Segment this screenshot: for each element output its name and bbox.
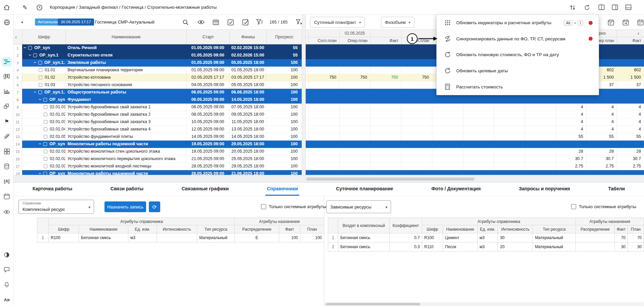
dependent-resources-select[interactable]: Зависимые ресурсы ▾ (326, 200, 391, 213)
table-columns-icon[interactable] (211, 17, 220, 27)
menu-item[interactable]: Обновить плановую стоимость, ФО и ТР на … (437, 47, 599, 63)
expand-tree-caret-icon[interactable]: ▾ (17, 17, 27, 27)
tab[interactable]: Суточное планирование (335, 183, 394, 196)
tab[interactable]: Запросы и поручения (517, 183, 571, 196)
bell-icon[interactable] (0, 280, 13, 290)
visibility-icon[interactable] (196, 17, 206, 27)
collapse-panel-icon[interactable]: ‹ (15, 30, 17, 44)
gantt-row[interactable]: 1502.02.01Устройство монолитных стен цок… (13, 148, 302, 155)
hatching-icon[interactable] (0, 131, 13, 141)
theme-icon[interactable] (0, 250, 13, 260)
gantt-values-row[interactable]: 282828 (306, 148, 644, 155)
row-checkbox[interactable] (43, 172, 47, 175)
row-checkbox[interactable] (44, 105, 47, 109)
gantt-row[interactable]: 401.01Вертикальная планировка территории… (13, 67, 302, 74)
row-expander-icon[interactable]: − (24, 44, 27, 51)
gantt-row[interactable]: 2−OP_syn.1Строительство отеля01.05.2025 … (13, 52, 302, 59)
table-row[interactable]: 1R100Бетонная смесьм3МатериальныйЕ100100 (37, 233, 324, 242)
sync-scroll-icon[interactable] (568, 3, 577, 12)
search-icon[interactable] (181, 17, 190, 27)
measure-select[interactable]: Физобъем▾ (381, 17, 415, 28)
menu-item[interactable]: Обновить индикаторы и расчетные атрибуты… (437, 15, 599, 31)
row-checkbox[interactable] (43, 98, 47, 102)
row-checkbox[interactable] (44, 120, 47, 124)
globe-icon[interactable] (0, 17, 13, 27)
gantt-values-row[interactable]: 444 (306, 111, 644, 118)
row-checkbox[interactable] (44, 164, 47, 168)
refresh-icon[interactable] (582, 3, 592, 12)
gantt-values-row[interactable] (306, 141, 644, 148)
row-checkbox[interactable] (44, 157, 47, 161)
table-row[interactable]: 2Бетонная смесь0.3R110Песокм320Материаль… (328, 242, 644, 252)
tab[interactable]: Карточка работы (31, 183, 74, 196)
kanban-icon[interactable] (0, 72, 13, 81)
uncheck-tasks-icon[interactable] (241, 17, 250, 27)
calendar-icon[interactable] (0, 192, 13, 201)
filter-icon[interactable] (255, 17, 264, 27)
gantt-row[interactable]: 8−OP_syn.1.1Фундамент06.05.2025 09:0014.… (13, 96, 302, 104)
history-icon[interactable] (35, 3, 44, 12)
attribute-icon[interactable]: [A] (0, 177, 13, 186)
gantt-values-row[interactable] (306, 170, 644, 175)
gantt-row[interactable]: 1−OP_synОтель Речной01.05.2025 09:0002.0… (13, 44, 302, 52)
gantt-row[interactable]: 7−OP_syn.1.1.2Общестроительные работы06.… (13, 89, 302, 96)
calendar-grid-icon[interactable] (636, 17, 644, 27)
row-checkbox[interactable] (44, 150, 47, 153)
split-view-icon[interactable] (597, 3, 606, 12)
reference-select[interactable]: Справочник Комплексный ресурс ▾ (18, 200, 94, 214)
translate-icon[interactable]: Aя (0, 295, 13, 304)
refresh-records-button[interactable]: ⟳ (149, 201, 160, 212)
gantt-values-row[interactable]: 2.752.752.75 (306, 163, 644, 170)
row-expander-icon[interactable]: − (39, 141, 42, 148)
gantt-values-row[interactable]: 444 (306, 118, 644, 126)
menu-item[interactable]: Рассчитать стоимость (437, 79, 599, 95)
gantt-row[interactable]: 902.01.01Устройство буронабивных свай за… (13, 104, 302, 111)
gantt-row[interactable]: 1202.01.04Устройство буронабивных свай з… (13, 126, 302, 133)
assign-record-button[interactable]: Назначить запись (104, 201, 146, 212)
calendar-filter-icon[interactable] (606, 17, 615, 27)
row-expander-icon[interactable]: − (34, 59, 37, 66)
bottom-scrollbar[interactable] (325, 302, 644, 306)
horizontal-scrollbar[interactable] (306, 178, 474, 181)
gantt-row[interactable]: 501.02Устройство котлована02.05.2025 17:… (13, 74, 302, 81)
row-expander-icon[interactable]: − (39, 96, 42, 103)
row-checkbox[interactable] (39, 76, 42, 79)
vertical-splitter[interactable] (302, 15, 306, 175)
table-row[interactable]: 1Бетонная смесь0.7R100Цементм330Материал… (328, 233, 644, 242)
view-mode-select[interactable]: Суточный план/факт▾ (310, 17, 365, 28)
gantt-row[interactable]: 1302.01.05Устройство фундаментной плиты1… (13, 133, 302, 141)
row-expander-icon[interactable]: − (39, 170, 42, 175)
tab[interactable]: Справочники (265, 183, 299, 196)
system-attrs-checkbox[interactable] (261, 204, 266, 209)
gantt-row[interactable]: 1702.02.03Устройство монолитной входной … (13, 163, 302, 170)
row-checkbox[interactable] (38, 61, 42, 65)
edit-icon[interactable]: ✎ (20, 3, 30, 12)
row-checkbox[interactable] (44, 113, 47, 116)
horizontal-splitter[interactable] (13, 175, 644, 183)
row-checkbox[interactable] (44, 135, 47, 139)
gantt-row[interactable]: 1002.01.02Устройство буронабивных свай з… (13, 111, 302, 118)
gantt-row[interactable]: 1602.02.02Устройство монолитного перекры… (13, 155, 302, 163)
chart-icon[interactable] (0, 87, 13, 96)
gantt-row[interactable]: 18−OP_syn.1.1Монолитные работы надземной… (13, 170, 302, 175)
gantt-view-icon[interactable] (2, 57, 12, 67)
home-icon[interactable] (2, 3, 11, 12)
gantt-values-row[interactable]: 555555 (306, 133, 644, 141)
row-checkbox[interactable] (43, 142, 47, 146)
row-checkbox[interactable] (28, 46, 32, 50)
system-attrs-checkbox-right[interactable] (571, 204, 576, 209)
gantt-row[interactable]: 1102.01.03Устройство буронабивных свай з… (13, 118, 302, 126)
row-expander-icon[interactable]: − (29, 52, 32, 59)
gantt-row[interactable]: 601.03Устройство песчаного основания04.0… (13, 81, 302, 89)
row-expander-icon[interactable]: − (34, 89, 37, 96)
tab[interactable]: Табели (607, 183, 626, 196)
gantt-values-row[interactable]: 444 (306, 104, 644, 111)
menu-item[interactable]: Обновить целевые даты (437, 63, 599, 79)
calendar-goto-icon[interactable] (621, 17, 630, 27)
row-checkbox[interactable] (44, 127, 47, 131)
database-icon[interactable] (0, 162, 13, 171)
menu-item[interactable]: Синхронизировать данные по ФО, ТР, СТ, р… (437, 31, 599, 47)
flag-icon[interactable]: ⚑ (0, 117, 13, 126)
scroll-right-icon[interactable]: › (638, 30, 639, 37)
grid-icon[interactable] (0, 147, 13, 156)
